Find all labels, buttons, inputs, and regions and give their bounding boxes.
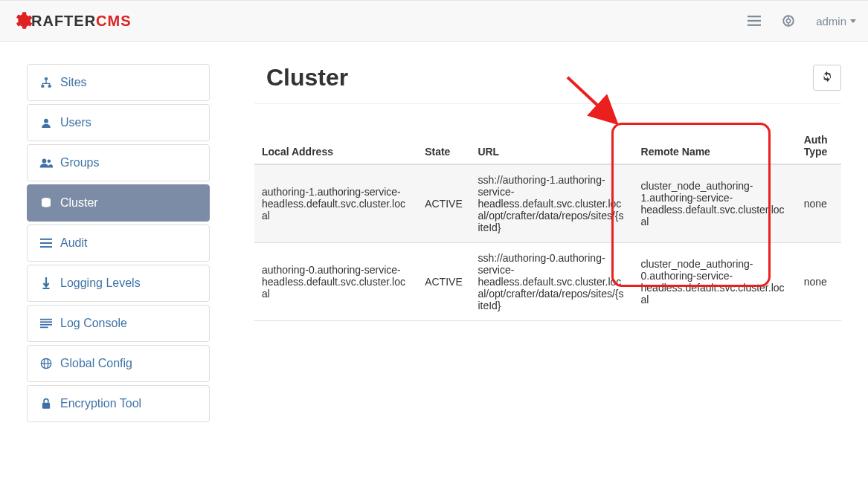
sidebar-item-label: Groups — [60, 156, 99, 169]
svg-rect-19 — [40, 321, 52, 323]
refresh-button[interactable] — [813, 65, 841, 91]
cell-state: ACTIVE — [417, 243, 470, 321]
sidebar-item-label: Encryption Tool — [60, 397, 141, 410]
cell-local: authoring-1.authoring-service-headless.d… — [254, 164, 417, 243]
help-icon[interactable] — [782, 14, 795, 28]
sidebar-item-audit[interactable]: Audit — [27, 224, 210, 262]
sidebar-item-logging-levels[interactable]: Logging Levels — [27, 265, 210, 302]
sidebar-item-global-config[interactable]: Global Config — [27, 345, 210, 382]
sidebar-item-label: Log Console — [60, 317, 127, 330]
users-icon — [39, 157, 53, 169]
user-label: admin — [816, 15, 846, 28]
sidebar-item-label: Cluster — [60, 196, 98, 210]
cell-auth: none — [797, 243, 841, 321]
svg-rect-20 — [40, 324, 52, 326]
cell-state: ACTIVE — [417, 164, 470, 243]
sidebar-item-label: Audit — [60, 236, 87, 250]
svg-rect-9 — [48, 85, 51, 87]
sidebar-item-log-console[interactable]: Log Console — [27, 305, 210, 342]
sidebar-item-cluster[interactable]: Cluster — [27, 184, 210, 222]
refresh-icon — [821, 71, 833, 85]
sidebar-item-label: Logging Levels — [60, 277, 141, 290]
main-panel: Cluster Local Address State URL Remote N… — [254, 64, 868, 425]
list-icon — [39, 238, 53, 248]
sidebar-item-encryption-tool[interactable]: Encryption Tool — [27, 385, 210, 422]
db-icon — [39, 197, 53, 209]
lock-icon — [39, 398, 53, 410]
sidebar-item-label: Global Config — [60, 357, 132, 370]
svg-point-4 — [787, 19, 791, 22]
svg-rect-21 — [40, 326, 48, 328]
cell-remote: cluster_node_authoring-0.authoring-servi… — [634, 243, 797, 321]
logo[interactable]: RAFTERCMS — [12, 10, 132, 31]
svg-rect-0 — [748, 16, 761, 17]
sidebar-item-groups[interactable]: Groups — [27, 144, 210, 181]
sidebar-item-label: Sites — [60, 76, 87, 89]
gear-icon — [12, 10, 33, 31]
svg-rect-16 — [40, 246, 52, 248]
top-bar: RAFTERCMS admin — [0, 0, 868, 42]
sidebar-item-users[interactable]: Users — [27, 104, 210, 141]
sitemap-icon — [39, 77, 53, 88]
svg-rect-7 — [45, 77, 48, 80]
page-title: Cluster — [266, 64, 348, 91]
table-row: authoring-0.authoring-service-headless.d… — [254, 243, 841, 321]
sidebar-item-label: Users — [60, 116, 91, 129]
col-local-address: Local Address — [254, 128, 417, 164]
cluster-table: Local Address State URL Remote Name Auth… — [254, 128, 841, 321]
col-remote-name: Remote Name — [634, 128, 797, 164]
globe-icon — [39, 358, 53, 369]
table-row: authoring-1.authoring-service-headless.d… — [254, 164, 841, 243]
sidebar: SitesUsersGroupsClusterAuditLogging Leve… — [27, 64, 210, 425]
svg-point-11 — [42, 159, 47, 164]
logo-text: RAFTERCMS — [31, 13, 132, 30]
col-state: State — [417, 128, 470, 164]
user-icon — [39, 117, 53, 129]
svg-point-10 — [44, 119, 48, 123]
svg-point-12 — [48, 160, 51, 164]
cell-local: authoring-0.authoring-service-headless.d… — [254, 243, 417, 321]
levels-icon — [39, 277, 53, 289]
sidebar-item-sites[interactable]: Sites — [27, 64, 210, 101]
svg-rect-14 — [40, 239, 52, 240]
svg-rect-1 — [748, 20, 761, 22]
menu-icon[interactable] — [748, 15, 761, 27]
lines-icon — [39, 318, 53, 329]
cell-auth: none — [797, 164, 841, 243]
svg-rect-2 — [748, 25, 761, 26]
cell-remote: cluster_node_authoring-1.authoring-servi… — [634, 164, 797, 243]
svg-rect-25 — [42, 403, 50, 409]
svg-rect-15 — [40, 242, 52, 244]
col-auth-type: Auth Type — [797, 128, 841, 164]
user-menu[interactable]: admin — [816, 15, 856, 28]
svg-rect-8 — [41, 85, 44, 87]
chevron-down-icon — [850, 19, 856, 23]
cell-url: ssh://authoring-0.authoring-service-head… — [470, 243, 633, 321]
cell-url: ssh://authoring-1.authoring-service-head… — [470, 164, 633, 243]
col-url: URL — [470, 128, 633, 164]
svg-rect-18 — [40, 319, 52, 320]
